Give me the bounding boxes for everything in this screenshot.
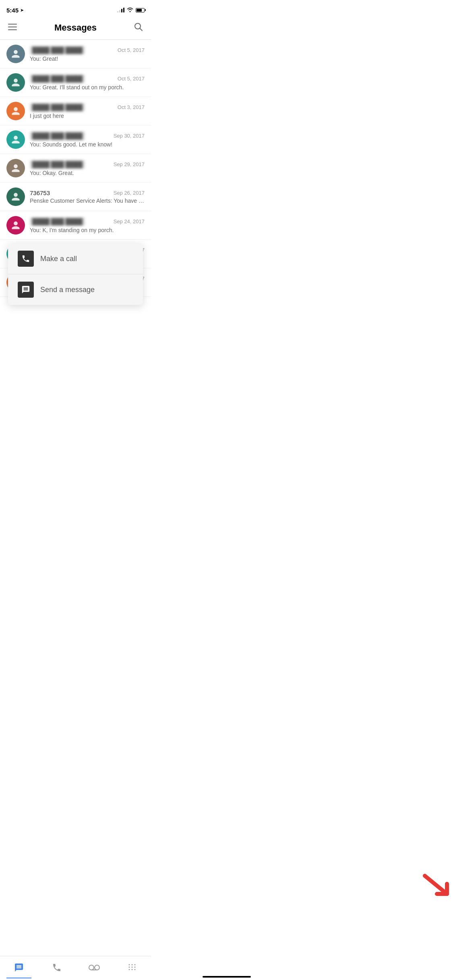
contact-name: 736753 [30,189,50,196]
message-content: 736753 Sep 26, 2017 Penske Customer Serv… [30,189,145,204]
message-preview: You: K, I'm standing on my porch. [30,227,145,233]
contact-name: ████ ███ ████ [30,217,85,226]
svg-rect-2 [8,29,17,30]
message-date: Sep 30, 2017 [114,133,145,139]
list-item[interactable]: ████ ███ ████ Sep 24, 2017 You: K, I'm s… [0,211,151,240]
status-bar: 5:45 ➤ [0,0,151,18]
message-date: Oct 5, 2017 [118,47,145,53]
list-item[interactable]: ████ ███ ████ Oct 5, 2017 You: Great! [0,40,151,68]
list-item[interactable]: ████ ███ ████ Oct 5, 2017 You: Great. I'… [0,68,151,97]
location-icon: ➤ [20,8,24,13]
message-icon [18,282,34,298]
message-content: ████ ███ ████ Oct 3, 2017 I just got her… [30,103,145,119]
message-content: ████ ███ ████ Sep 24, 2017 You: K, I'm s… [30,217,145,233]
message-preview: You: Okay. Great. [30,170,145,176]
avatar [6,45,25,63]
avatar [6,216,25,235]
battery-icon [136,8,145,12]
avatar [6,102,25,120]
avatar [6,73,25,92]
message-date: Sep 29, 2017 [114,161,145,167]
contact-name: ████ ███ ████ [30,46,85,54]
make-call-button[interactable]: Make a call [8,243,143,274]
message-content: ████ ███ ████ Oct 5, 2017 You: Great! [30,46,145,62]
list-item[interactable]: ████ ███ ████ Sep 29, 2017 You: Okay. Gr… [0,154,151,183]
message-preview: You: Sounds good. Let me know! [30,141,145,148]
contact-name: ████ ███ ████ [30,160,85,169]
contact-name: ████ ███ ████ [30,132,85,140]
signal-bars-icon [117,8,124,12]
message-content: ████ ███ ████ Oct 5, 2017 You: Great. I'… [30,74,145,91]
message-date: Sep 26, 2017 [114,190,145,196]
make-call-label: Make a call [40,255,77,263]
message-date: Sep 24, 2017 [114,218,145,224]
svg-line-4 [140,29,143,31]
wifi-icon [127,7,133,13]
message-preview: You: Great! [30,56,145,62]
list-item[interactable]: ████ ███ ████ Oct 3, 2017 I just got her… [0,97,151,126]
header: Messages [0,18,151,40]
message-content: ████ ███ ████ Sep 30, 2017 You: Sounds g… [30,132,145,148]
list-item[interactable]: ████ ███ ████ Sep 30, 2017 You: Sounds g… [0,126,151,154]
svg-rect-0 [8,24,17,25]
avatar [6,159,25,177]
message-date: Oct 5, 2017 [118,76,145,82]
message-date: Oct 3, 2017 [118,104,145,110]
message-content: ████ ███ ████ Sep 29, 2017 You: Okay. Gr… [30,160,145,176]
contact-name: ████ ███ ████ [30,103,85,111]
menu-button[interactable] [6,22,19,33]
send-message-label: Send a message [40,286,95,294]
search-button[interactable] [132,21,145,35]
message-preview: Penske Customer Service Alerts: You have… [30,198,145,204]
status-time: 5:45 [6,7,19,14]
list-item[interactable]: 736753 Sep 26, 2017 Penske Customer Serv… [0,183,151,211]
message-preview: You: Great. I'll stand out on my porch. [30,84,145,91]
popup-menu: Make a call Send a message [8,243,143,305]
message-preview: I just got here [30,113,145,119]
phone-icon [18,251,34,267]
popup-overlay: Make a call Send a message [0,243,151,305]
avatar [6,130,25,149]
status-icons [117,7,145,13]
svg-rect-1 [8,27,17,27]
contact-name: ████ ███ ████ [30,74,85,83]
send-message-button[interactable]: Send a message [8,274,143,305]
page-title: Messages [54,23,97,33]
avatar [6,187,25,206]
